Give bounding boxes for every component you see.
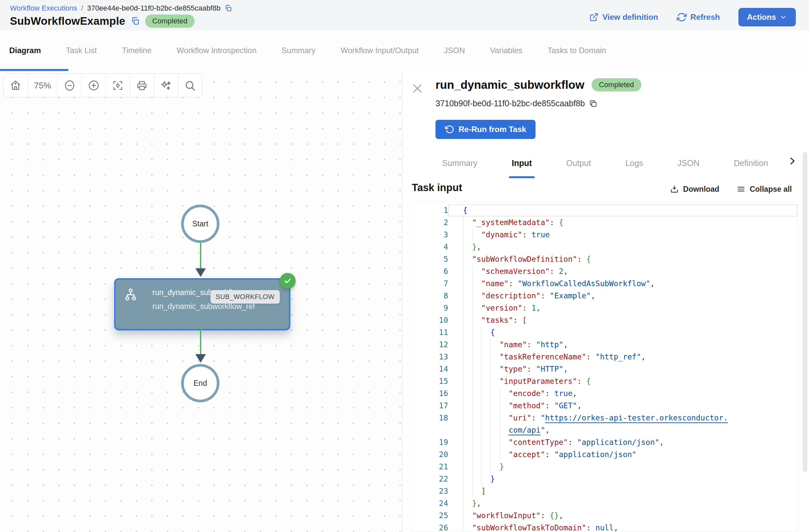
tab-diagram[interactable]: Diagram <box>9 46 41 55</box>
edge-start-to-task <box>200 243 201 269</box>
main-tab-bar: DiagramTask ListTimelineWorkflow Introsp… <box>0 30 809 71</box>
code-row: 13 "taskReferenceName": "http_ref", <box>411 351 797 363</box>
view-definition-label: View definition <box>602 13 658 22</box>
chevron-down-icon <box>779 13 787 21</box>
collapse-all-button[interactable]: Collapse all <box>736 185 792 194</box>
tab-logs[interactable]: Logs <box>623 150 646 178</box>
home-icon[interactable] <box>4 74 28 97</box>
code-row: 10 "tasks": [ <box>411 314 797 326</box>
download-icon <box>670 185 679 194</box>
zoom-out-icon[interactable] <box>58 74 82 97</box>
code-row: 2 "_systemMetadata": { <box>411 217 797 229</box>
rerun-from-task-button[interactable]: Re-Run from Task <box>435 120 535 139</box>
code-row: com/api", <box>411 424 797 436</box>
minimap[interactable] <box>741 205 796 260</box>
collapse-all-label: Collapse all <box>750 185 792 194</box>
tab-workflow-introspection[interactable]: Workflow Introspection <box>176 46 256 55</box>
start-node[interactable]: Start <box>181 205 219 243</box>
copy-icon[interactable] <box>131 17 140 26</box>
subworkflow-icon <box>123 288 138 302</box>
main-tabs: DiagramTask ListTimelineWorkflow Introsp… <box>0 30 809 71</box>
code-lines: 1{2 "_systemMetadata": {3 "dynamic": tru… <box>411 204 797 532</box>
task-node-run-dynamic-subworkflow[interactable]: run_dynamic_subworkflow run_dynamic_subw… <box>114 278 290 330</box>
tab-output[interactable]: Output <box>564 150 593 178</box>
tab-definition[interactable]: Definition <box>731 150 771 178</box>
code-row: 6 "schemaVersion": 2, <box>411 265 797 277</box>
code-row: 9 "version": 1, <box>411 302 797 314</box>
tab-workflow-input-output[interactable]: Workflow Input/Output <box>341 46 419 55</box>
tab-summary[interactable]: Summary <box>440 150 480 178</box>
close-icon[interactable] <box>411 82 424 95</box>
arrowhead-icon <box>195 354 206 363</box>
end-node-label: End <box>194 379 207 388</box>
refresh-button[interactable]: Refresh <box>677 12 720 22</box>
code-row: 25 "workflowInput": {}, <box>411 510 797 522</box>
code-row: 14 "type": "HTTP", <box>411 363 797 375</box>
code-editor[interactable]: 1{2 "_systemMetadata": {3 "dynamic": tru… <box>410 201 798 532</box>
rotate-ccw-icon <box>445 125 454 134</box>
code-row: 8 "description": "Example", <box>411 290 797 302</box>
download-button[interactable]: Download <box>670 185 719 194</box>
task-type-tag: SUB_WORKFLOW <box>210 290 280 304</box>
code-row: 1{ <box>411 204 797 217</box>
breadcrumb-separator: / <box>81 4 83 13</box>
zoom-level-label: 75% <box>28 74 58 97</box>
diagram-toolbar: 75% <box>3 73 202 97</box>
code-row: 15 "inputParameters": { <box>411 375 797 388</box>
ai-sparkles-icon[interactable] <box>154 74 178 97</box>
task-detail-panel: run_dynamic_subworkflow Completed 3710b9… <box>402 71 809 532</box>
code-row: 4 }, <box>411 241 797 253</box>
print-icon[interactable] <box>130 74 154 97</box>
status-badge: Completed <box>145 15 195 28</box>
section-title: Task input <box>412 182 462 194</box>
code-row: 23 ] <box>411 485 797 497</box>
download-label: Download <box>683 185 719 194</box>
tab-task-list[interactable]: Task List <box>66 46 97 55</box>
page-title: SubWorkflowExample <box>10 15 125 28</box>
breadcrumb-execution-id: 370ee44e-be0d-11f0-b2bc-de855caabf8b <box>87 4 221 13</box>
code-row: 22 } <box>411 473 797 485</box>
end-node[interactable]: End <box>181 364 219 402</box>
tab-json[interactable]: JSON <box>675 150 702 178</box>
chevron-right-icon[interactable] <box>787 156 797 166</box>
edge-task-to-end <box>200 328 201 354</box>
tab-timeline[interactable]: Timeline <box>122 46 152 55</box>
arrowhead-icon <box>195 268 206 277</box>
code-row: 3 "dynamic": true <box>411 229 797 241</box>
tab-tasks-to-domain[interactable]: Tasks to Domain <box>548 46 606 55</box>
tab-json[interactable]: JSON <box>444 46 465 55</box>
workflow-diagram-canvas[interactable]: 75% Start run_dynamic_subworkflow run_dy… <box>0 71 402 532</box>
task-completed-check-icon <box>280 273 296 289</box>
detail-tabs: SummaryInputOutputLogsJSONDefinition <box>440 150 779 178</box>
copy-icon[interactable] <box>224 4 232 12</box>
task-id: 3710b90f-be0d-11f0-b2bc-de855caabf8b <box>435 99 585 108</box>
copy-icon[interactable] <box>589 99 598 108</box>
collapse-all-icon <box>736 185 746 194</box>
code-row: 18 "uri": "https://orkes-api-tester.orke… <box>411 412 797 424</box>
refresh-icon <box>677 12 687 22</box>
task-detail-title: run_dynamic_subworkflow <box>435 78 584 91</box>
breadcrumb-link-workflow-executions[interactable]: Workflow Executions <box>10 4 77 13</box>
tab-variables[interactable]: Variables <box>490 46 522 55</box>
code-row: 17 "method": "GET", <box>411 400 797 412</box>
zoom-in-icon[interactable] <box>82 74 106 97</box>
panel-scrollbar[interactable] <box>803 152 807 472</box>
external-link-icon <box>589 13 599 22</box>
code-row: 26 "subWorkflowTaskToDomain": null, <box>411 522 797 532</box>
code-row: 12 "name": "http", <box>411 339 797 351</box>
start-node-label: Start <box>192 220 208 228</box>
fit-to-screen-icon[interactable] <box>106 74 130 97</box>
search-icon[interactable] <box>178 74 202 97</box>
rerun-label: Re-Run from Task <box>459 125 526 134</box>
task-status-badge: Completed <box>591 78 641 91</box>
view-definition-button[interactable]: View definition <box>589 13 658 22</box>
breadcrumb: Workflow Executions / 370ee44e-be0d-11f0… <box>10 4 232 13</box>
tab-summary[interactable]: Summary <box>282 46 316 55</box>
code-row: 24 }, <box>411 497 797 510</box>
code-row: 20 "accept": "application/json" <box>411 448 797 461</box>
tab-input[interactable]: Input <box>509 150 534 178</box>
refresh-label: Refresh <box>691 13 720 22</box>
code-row: 16 "encode": true, <box>411 388 797 400</box>
code-row: 21 } <box>411 461 797 473</box>
actions-button[interactable]: Actions <box>738 8 796 27</box>
